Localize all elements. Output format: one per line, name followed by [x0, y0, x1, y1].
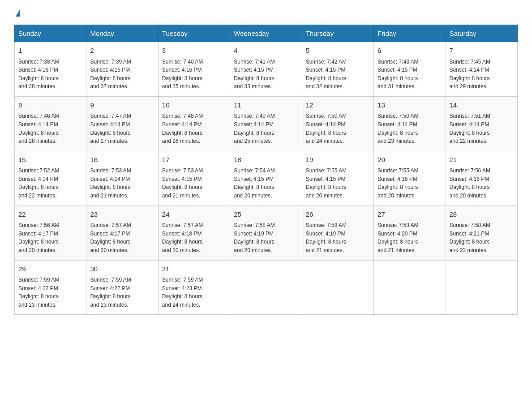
- calendar-cell: 25Sunrise: 7:58 AMSunset: 4:19 PMDayligh…: [230, 206, 302, 260]
- day-info: Sunrise: 7:55 AMSunset: 4:15 PMDaylight:…: [306, 167, 370, 200]
- calendar-cell: 14Sunrise: 7:51 AMSunset: 4:14 PMDayligh…: [446, 96, 517, 151]
- calendar-cell: 30Sunrise: 7:59 AMSunset: 4:22 PMDayligh…: [86, 260, 158, 315]
- calendar-week-row: 8Sunrise: 7:46 AMSunset: 4:14 PMDaylight…: [15, 96, 518, 151]
- day-number: 4: [234, 46, 298, 56]
- day-info: Sunrise: 7:57 AMSunset: 4:17 PMDaylight:…: [90, 221, 154, 254]
- calendar-header-row: SundayMondayTuesdayWednesdayThursdayFrid…: [15, 25, 518, 42]
- day-number: 7: [450, 46, 514, 56]
- day-info: Sunrise: 7:56 AMSunset: 4:17 PMDaylight:…: [18, 221, 82, 254]
- day-number: 30: [90, 264, 154, 274]
- day-info: Sunrise: 7:58 AMSunset: 4:21 PMDaylight:…: [450, 221, 514, 254]
- day-info: Sunrise: 7:54 AMSunset: 4:15 PMDaylight:…: [234, 167, 298, 200]
- day-number: 3: [162, 46, 226, 56]
- calendar-cell: 8Sunrise: 7:46 AMSunset: 4:14 PMDaylight…: [15, 96, 86, 151]
- day-number: 26: [306, 210, 370, 220]
- day-number: 18: [234, 155, 298, 165]
- day-number: 16: [90, 155, 154, 165]
- calendar-week-row: 22Sunrise: 7:56 AMSunset: 4:17 PMDayligh…: [15, 206, 518, 260]
- calendar-cell: 2Sunrise: 7:39 AMSunset: 4:16 PMDaylight…: [86, 42, 158, 97]
- col-header-saturday: Saturday: [446, 25, 517, 42]
- day-info: Sunrise: 7:57 AMSunset: 4:18 PMDaylight:…: [162, 221, 226, 254]
- day-info: Sunrise: 7:53 AMSunset: 4:15 PMDaylight:…: [162, 167, 226, 200]
- calendar-cell: 10Sunrise: 7:48 AMSunset: 4:14 PMDayligh…: [158, 96, 230, 151]
- day-number: 27: [378, 210, 442, 220]
- calendar-cell: 19Sunrise: 7:55 AMSunset: 4:15 PMDayligh…: [302, 151, 373, 206]
- calendar-cell: 7Sunrise: 7:45 AMSunset: 4:14 PMDaylight…: [446, 42, 517, 97]
- calendar-cell: 18Sunrise: 7:54 AMSunset: 4:15 PMDayligh…: [230, 151, 302, 206]
- day-info: Sunrise: 7:51 AMSunset: 4:14 PMDaylight:…: [450, 112, 514, 145]
- day-info: Sunrise: 7:49 AMSunset: 4:14 PMDaylight:…: [234, 112, 298, 145]
- calendar-week-row: 1Sunrise: 7:38 AMSunset: 4:16 PMDaylight…: [15, 42, 518, 97]
- day-number: 19: [306, 155, 370, 165]
- day-info: Sunrise: 7:55 AMSunset: 4:16 PMDaylight:…: [378, 167, 442, 200]
- day-number: 10: [162, 100, 226, 111]
- calendar-cell: 1Sunrise: 7:38 AMSunset: 4:16 PMDaylight…: [15, 42, 86, 97]
- day-info: Sunrise: 7:59 AMSunset: 4:22 PMDaylight:…: [90, 276, 154, 309]
- day-number: 1: [18, 46, 82, 56]
- day-number: 9: [90, 100, 154, 111]
- calendar-week-row: 29Sunrise: 7:59 AMSunset: 4:22 PMDayligh…: [15, 260, 518, 315]
- calendar-cell: [230, 260, 302, 315]
- day-info: Sunrise: 7:47 AMSunset: 4:14 PMDaylight:…: [90, 112, 154, 145]
- calendar-cell: 29Sunrise: 7:59 AMSunset: 4:22 PMDayligh…: [15, 260, 86, 315]
- day-info: Sunrise: 7:56 AMSunset: 4:16 PMDaylight:…: [450, 167, 514, 200]
- calendar-cell: [374, 260, 446, 315]
- day-info: Sunrise: 7:50 AMSunset: 4:14 PMDaylight:…: [378, 112, 442, 145]
- day-number: 14: [450, 100, 514, 111]
- calendar-cell: 31Sunrise: 7:59 AMSunset: 4:23 PMDayligh…: [158, 260, 230, 315]
- page-header: [14, 11, 518, 17]
- calendar-cell: 24Sunrise: 7:57 AMSunset: 4:18 PMDayligh…: [158, 206, 230, 260]
- day-number: 8: [18, 100, 82, 111]
- calendar-week-row: 15Sunrise: 7:52 AMSunset: 4:14 PMDayligh…: [15, 151, 518, 206]
- calendar-cell: 20Sunrise: 7:55 AMSunset: 4:16 PMDayligh…: [374, 151, 446, 206]
- col-header-wednesday: Wednesday: [230, 25, 302, 42]
- col-header-sunday: Sunday: [15, 25, 86, 42]
- day-number: 11: [234, 100, 298, 111]
- day-info: Sunrise: 7:53 AMSunset: 4:14 PMDaylight:…: [90, 167, 154, 200]
- day-info: Sunrise: 7:45 AMSunset: 4:14 PMDaylight:…: [450, 58, 514, 91]
- calendar-cell: 15Sunrise: 7:52 AMSunset: 4:14 PMDayligh…: [15, 151, 86, 206]
- day-info: Sunrise: 7:43 AMSunset: 4:15 PMDaylight:…: [378, 58, 442, 91]
- day-info: Sunrise: 7:40 AMSunset: 4:16 PMDaylight:…: [162, 58, 226, 91]
- calendar-cell: 4Sunrise: 7:41 AMSunset: 4:15 PMDaylight…: [230, 42, 302, 97]
- day-number: 28: [450, 210, 514, 220]
- calendar-cell: 11Sunrise: 7:49 AMSunset: 4:14 PMDayligh…: [230, 96, 302, 151]
- day-info: Sunrise: 7:48 AMSunset: 4:14 PMDaylight:…: [162, 112, 226, 145]
- day-number: 17: [162, 155, 226, 165]
- calendar-cell: 23Sunrise: 7:57 AMSunset: 4:17 PMDayligh…: [86, 206, 158, 260]
- day-info: Sunrise: 7:41 AMSunset: 4:15 PMDaylight:…: [234, 58, 298, 91]
- calendar-cell: 27Sunrise: 7:58 AMSunset: 4:20 PMDayligh…: [374, 206, 446, 260]
- day-info: Sunrise: 7:58 AMSunset: 4:19 PMDaylight:…: [306, 221, 370, 254]
- calendar-cell: [302, 260, 373, 315]
- logo: [14, 11, 20, 17]
- calendar-cell: 16Sunrise: 7:53 AMSunset: 4:14 PMDayligh…: [86, 151, 158, 206]
- day-number: 13: [378, 100, 442, 111]
- col-header-tuesday: Tuesday: [158, 25, 230, 42]
- day-info: Sunrise: 7:46 AMSunset: 4:14 PMDaylight:…: [18, 112, 82, 145]
- day-info: Sunrise: 7:59 AMSunset: 4:23 PMDaylight:…: [162, 276, 226, 309]
- col-header-monday: Monday: [86, 25, 158, 42]
- day-number: 2: [90, 46, 154, 56]
- day-info: Sunrise: 7:50 AMSunset: 4:14 PMDaylight:…: [306, 112, 370, 145]
- calendar-table: SundayMondayTuesdayWednesdayThursdayFrid…: [14, 25, 518, 315]
- day-number: 6: [378, 46, 442, 56]
- col-header-thursday: Thursday: [302, 25, 373, 42]
- day-info: Sunrise: 7:52 AMSunset: 4:14 PMDaylight:…: [18, 167, 82, 200]
- col-header-friday: Friday: [374, 25, 446, 42]
- calendar-cell: 5Sunrise: 7:42 AMSunset: 4:15 PMDaylight…: [302, 42, 373, 97]
- day-number: 23: [90, 210, 154, 220]
- day-info: Sunrise: 7:59 AMSunset: 4:22 PMDaylight:…: [18, 276, 82, 309]
- calendar-cell: 13Sunrise: 7:50 AMSunset: 4:14 PMDayligh…: [374, 96, 446, 151]
- day-number: 25: [234, 210, 298, 220]
- day-number: 29: [18, 264, 82, 274]
- day-number: 22: [18, 210, 82, 220]
- logo-triangle-icon: [16, 10, 20, 17]
- calendar-cell: 12Sunrise: 7:50 AMSunset: 4:14 PMDayligh…: [302, 96, 373, 151]
- calendar-cell: 9Sunrise: 7:47 AMSunset: 4:14 PMDaylight…: [86, 96, 158, 151]
- day-info: Sunrise: 7:58 AMSunset: 4:19 PMDaylight:…: [234, 221, 298, 254]
- calendar-cell: 17Sunrise: 7:53 AMSunset: 4:15 PMDayligh…: [158, 151, 230, 206]
- calendar-cell: [446, 260, 517, 315]
- day-info: Sunrise: 7:38 AMSunset: 4:16 PMDaylight:…: [18, 58, 82, 91]
- day-info: Sunrise: 7:39 AMSunset: 4:16 PMDaylight:…: [90, 58, 154, 91]
- calendar-cell: 21Sunrise: 7:56 AMSunset: 4:16 PMDayligh…: [446, 151, 517, 206]
